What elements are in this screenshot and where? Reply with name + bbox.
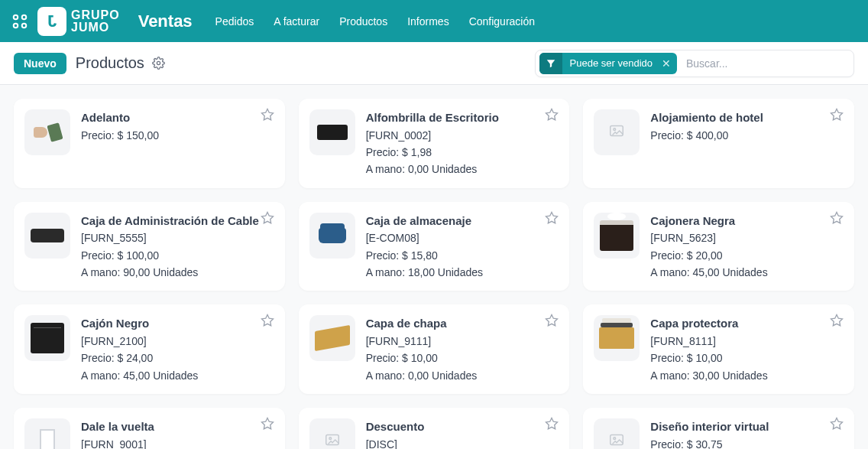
product-card[interactable]: Cajonera Negra[FURN_5623]Precio: $ 20,00… — [583, 202, 854, 291]
product-title: Descuento — [366, 418, 432, 435]
product-card[interactable]: Alfombrilla de Escritorio[FURN_0002]Prec… — [299, 99, 570, 188]
product-sku: [FURN_9111] — [366, 333, 478, 349]
brand-logo[interactable]: J GRUPO JUMO — [37, 7, 120, 36]
product-onhand: A mano: 45,00 Unidades — [81, 368, 198, 383]
product-onhand: A mano: 0,00 Unidades — [366, 368, 478, 383]
svg-marker-13 — [261, 315, 273, 326]
product-thumbnail — [594, 315, 640, 361]
svg-point-21 — [614, 438, 616, 440]
main-navbar: J GRUPO JUMO Ventas Pedidos A facturar P… — [0, 0, 868, 42]
svg-point-18 — [329, 438, 332, 440]
filter-label: Puede ser vendido — [562, 57, 660, 69]
svg-marker-16 — [261, 418, 273, 428]
favorite-star-icon[interactable] — [545, 211, 559, 228]
svg-point-1 — [22, 15, 27, 19]
product-price: Precio: $ 20,00 — [650, 248, 767, 263]
product-thumbnail — [24, 109, 70, 155]
favorite-star-icon[interactable] — [830, 417, 844, 434]
favorite-star-icon[interactable] — [261, 314, 274, 330]
product-price: Precio: $ 150,00 — [81, 128, 159, 143]
product-thumbnail — [594, 418, 640, 449]
image-placeholder-icon — [606, 122, 627, 142]
product-info: Dale la vuelta[FURN_9001]Precio: $ 1.950… — [81, 418, 193, 449]
brand-line2: JUMO — [71, 21, 120, 34]
favorite-star-icon[interactable] — [261, 417, 274, 434]
image-placeholder-icon — [606, 431, 627, 449]
product-price: Precio: $ 10,00 — [366, 350, 478, 366]
product-title: Caja de Administración de Cable — [81, 213, 259, 229]
product-thumbnail — [24, 213, 70, 259]
product-price: Precio: $ 15,80 — [366, 248, 483, 263]
search-input[interactable] — [682, 57, 850, 70]
product-thumbnail — [309, 213, 355, 259]
new-button[interactable]: Nuevo — [14, 53, 66, 74]
svg-marker-9 — [831, 109, 842, 120]
filter-chip[interactable]: Puede ser vendido ✕ — [539, 53, 677, 74]
product-card[interactable]: Capa protectora[FURN_8111]Precio: $ 10,0… — [583, 304, 854, 394]
product-price: Precio: $ 1,98 — [366, 145, 499, 160]
app-title: Ventas — [138, 11, 193, 31]
product-sku: [FURN_5555] — [81, 230, 259, 246]
product-price: Precio: $ 30,75 — [650, 437, 769, 449]
favorite-star-icon[interactable] — [830, 211, 844, 228]
product-info: Capa protectora[FURN_8111]Precio: $ 10,0… — [650, 315, 767, 383]
svg-marker-12 — [831, 212, 842, 223]
product-thumbnail — [24, 315, 70, 361]
gear-icon[interactable] — [152, 57, 165, 70]
filter-remove-icon[interactable]: ✕ — [660, 57, 677, 70]
product-info: Cajón Negro[FURN_2100]Precio: $ 24,00A m… — [81, 315, 198, 383]
filter-icon — [539, 53, 562, 74]
product-title: Alfombrilla de Escritorio — [366, 109, 499, 126]
menu-item-pedidos[interactable]: Pedidos — [215, 15, 254, 28]
product-card[interactable]: Caja de Administración de Cable[FURN_555… — [14, 202, 285, 291]
product-card[interactable]: Alojamiento de hotelPrecio: $ 400,00 — [583, 99, 854, 188]
product-card[interactable]: Descuento[DISC]Precio: $ 0,00 — [299, 408, 570, 449]
favorite-star-icon[interactable] — [830, 314, 844, 330]
product-info: Diseño interior virtualPrecio: $ 30,75 — [650, 418, 769, 449]
product-thumbnail — [309, 418, 355, 449]
favorite-star-icon[interactable] — [261, 108, 274, 125]
product-info: Alfombrilla de Escritorio[FURN_0002]Prec… — [366, 109, 499, 177]
product-info: Cajonera Negra[FURN_5623]Precio: $ 20,00… — [650, 213, 767, 281]
product-card[interactable]: Diseño interior virtualPrecio: $ 30,75 — [583, 408, 854, 449]
favorite-star-icon[interactable] — [545, 314, 559, 330]
svg-marker-11 — [546, 212, 558, 223]
menu-item-informes[interactable]: Informes — [407, 15, 449, 28]
product-thumbnail — [594, 109, 640, 155]
product-onhand: A mano: 45,00 Unidades — [650, 265, 767, 280]
svg-point-4 — [157, 61, 160, 64]
favorite-star-icon[interactable] — [830, 108, 844, 125]
favorite-star-icon[interactable] — [545, 108, 559, 125]
product-sku: [FURN_5623] — [650, 230, 767, 246]
product-card[interactable]: Dale la vuelta[FURN_9001]Precio: $ 1.950… — [14, 408, 285, 449]
product-onhand: A mano: 30,00 Unidades — [650, 368, 767, 383]
product-card[interactable]: Cajón Negro[FURN_2100]Precio: $ 24,00A m… — [14, 304, 285, 394]
product-thumbnail — [24, 418, 70, 449]
favorite-star-icon[interactable] — [261, 211, 274, 228]
brand-line1: GRUPO — [71, 9, 120, 21]
menu-item-configuracion[interactable]: Configuración — [469, 15, 535, 28]
product-card[interactable]: AdelantoPrecio: $ 150,00 — [14, 99, 285, 188]
svg-marker-22 — [831, 418, 842, 428]
menu-item-productos[interactable]: Productos — [339, 15, 387, 28]
product-sku: [FURN_8111] — [650, 333, 767, 349]
apps-icon[interactable] — [11, 13, 28, 30]
product-card[interactable]: Capa de chapa[FURN_9111]Precio: $ 10,00A… — [299, 304, 570, 394]
product-info: AdelantoPrecio: $ 150,00 — [81, 109, 159, 177]
menu-item-afacturar[interactable]: A facturar — [274, 15, 319, 28]
brand-mark-icon: J — [37, 7, 66, 36]
product-title: Diseño interior virtual — [650, 418, 769, 435]
product-thumbnail — [309, 109, 355, 155]
breadcrumb[interactable]: Productos — [76, 54, 144, 72]
svg-point-0 — [14, 15, 18, 19]
product-info: Alojamiento de hotelPrecio: $ 400,00 — [650, 109, 763, 177]
product-title: Capa de chapa — [366, 315, 478, 332]
product-title: Capa protectora — [650, 315, 767, 332]
product-card[interactable]: Caja de almacenaje[E-COM08]Precio: $ 15,… — [299, 202, 570, 291]
product-sku: [FURN_2100] — [81, 333, 198, 349]
product-info: Capa de chapa[FURN_9111]Precio: $ 10,00A… — [366, 315, 478, 383]
svg-marker-14 — [546, 315, 558, 326]
svg-marker-19 — [546, 418, 558, 428]
favorite-star-icon[interactable] — [545, 417, 559, 434]
product-title: Dale la vuelta — [81, 418, 193, 435]
